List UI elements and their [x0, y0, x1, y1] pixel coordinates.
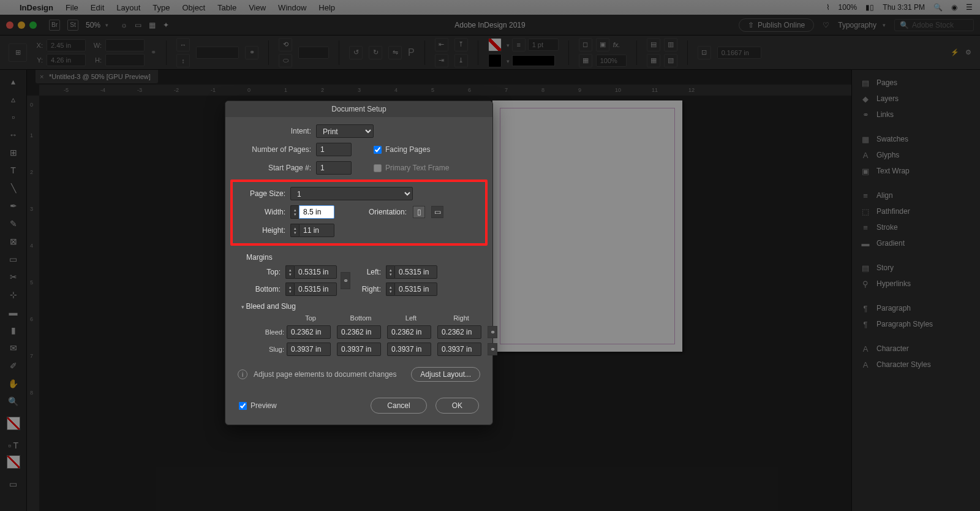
- bridge-icon[interactable]: Br: [49, 20, 60, 31]
- menu-layout[interactable]: Layout: [116, 3, 140, 12]
- height-stepper[interactable]: ▴▾: [290, 224, 334, 237]
- margin-right-input[interactable]: [394, 282, 437, 296]
- gap-tool[interactable]: ↔: [5, 127, 22, 143]
- wrap-jump-icon[interactable]: ▧: [664, 54, 677, 67]
- opacity-input[interactable]: [596, 55, 627, 67]
- quick-apply-icon[interactable]: ⚡: [951, 48, 959, 56]
- stroke-pt-input[interactable]: [528, 39, 559, 51]
- document-tab[interactable]: *Untitled-3 @ 50% [GPU Preview]: [36, 70, 158, 83]
- rotate-icon[interactable]: ⟲: [279, 38, 292, 51]
- page-canvas[interactable]: [492, 100, 682, 352]
- orientation-portrait[interactable]: ▯: [413, 206, 425, 218]
- panel-swatches[interactable]: ▦Swatches: [852, 131, 980, 147]
- fill-swatch-icon[interactable]: [488, 38, 502, 51]
- primary-frame-check[interactable]: Primary Text Frame: [374, 164, 449, 172]
- view-opt-icon[interactable]: ☼: [121, 21, 127, 29]
- wrap-shape-icon[interactable]: ▦: [647, 54, 660, 67]
- y-input[interactable]: [47, 54, 86, 66]
- menu-view[interactable]: View: [249, 3, 266, 12]
- hand-tool[interactable]: ✋: [5, 376, 22, 392]
- bleed-right-input[interactable]: [437, 325, 481, 339]
- bleed-left-input[interactable]: [387, 325, 431, 339]
- panel-layers[interactable]: ◆Layers: [852, 91, 980, 107]
- menu-file[interactable]: File: [66, 3, 78, 12]
- zoom-tool[interactable]: 🔍: [5, 393, 22, 409]
- startpage-input[interactable]: [316, 161, 352, 175]
- h-input[interactable]: [105, 54, 145, 66]
- note-tool[interactable]: ✉: [5, 340, 22, 356]
- line-tool[interactable]: ╲: [5, 180, 22, 196]
- width-stepper[interactable]: ▴▾: [290, 205, 334, 219]
- fit-frame-icon[interactable]: ⊡: [698, 46, 711, 59]
- panel-story[interactable]: ▤Story: [852, 260, 980, 276]
- help-bulb-icon[interactable]: ♡: [823, 21, 829, 29]
- rotate-ccw-icon[interactable]: ↺: [349, 46, 363, 59]
- rect-frame-tool[interactable]: ⊠: [5, 233, 22, 249]
- scale-input[interactable]: [196, 47, 239, 59]
- panel-links[interactable]: ⚭Links: [852, 107, 980, 123]
- stroke-dropdown[interactable]: [504, 57, 510, 64]
- menu-table[interactable]: Table: [217, 3, 236, 12]
- drop-shadow-icon[interactable]: ▣: [596, 38, 609, 51]
- scissors-tool[interactable]: ✂: [5, 269, 22, 285]
- screen-mode-icon[interactable]: ▭: [135, 21, 141, 29]
- intent-select[interactable]: Print: [316, 124, 374, 138]
- slug-bottom-input[interactable]: [337, 343, 381, 356]
- panel-pathfinder[interactable]: ⬚Pathfinder: [852, 203, 980, 219]
- scale-x-icon[interactable]: ↔: [176, 38, 190, 51]
- panel-character-styles[interactable]: ACharacter Styles: [852, 357, 980, 373]
- wifi-icon[interactable]: ⌇: [826, 3, 830, 12]
- fill-dropdown[interactable]: [504, 41, 510, 48]
- panel-hyperlinks[interactable]: ⚲Hyperlinks: [852, 276, 980, 292]
- align-l-icon[interactable]: ⇤: [435, 38, 448, 51]
- slug-right-input[interactable]: [437, 343, 481, 356]
- menu-object[interactable]: Object: [183, 3, 206, 12]
- margin-left-stepper[interactable]: ▴▾: [386, 265, 437, 279]
- ok-button[interactable]: OK: [435, 398, 479, 414]
- panel-stroke[interactable]: ≡Stroke: [852, 219, 980, 235]
- default-colors-icon[interactable]: [7, 455, 20, 469]
- bleed-bottom-input[interactable]: [337, 325, 381, 339]
- align-t-icon[interactable]: ⤒: [454, 38, 468, 51]
- margin-left-input[interactable]: [394, 265, 437, 279]
- orientation-landscape[interactable]: ▭: [431, 206, 443, 218]
- bleed-slug-heading[interactable]: Bleed and Slug: [241, 302, 480, 311]
- menu-window[interactable]: Window: [278, 3, 306, 12]
- preview-check[interactable]: Preview: [239, 401, 277, 410]
- pen-tool[interactable]: ✒: [5, 198, 22, 214]
- spotlight-icon[interactable]: 🔍: [933, 3, 943, 12]
- eyedropper-tool[interactable]: ✐: [5, 358, 22, 374]
- slug-left-input[interactable]: [387, 343, 431, 356]
- panel-glyphs[interactable]: AGlyphs: [852, 147, 980, 163]
- flip-h-icon[interactable]: ⇋: [388, 46, 402, 59]
- transform-tool[interactable]: ⊹: [5, 287, 22, 303]
- screen-mode-toggle[interactable]: ▭: [5, 476, 22, 492]
- menu-list-icon[interactable]: ☰: [966, 3, 973, 12]
- margin-top-input[interactable]: [294, 265, 337, 279]
- stroke-style-swatch[interactable]: [512, 55, 555, 66]
- page-tool[interactable]: ▫: [5, 109, 22, 125]
- scale-y-icon[interactable]: ↕: [176, 54, 190, 67]
- apply-color-icon[interactable]: ▫ T: [5, 437, 22, 453]
- window-controls[interactable]: [6, 21, 37, 29]
- ref-point-icon[interactable]: ⊞: [9, 44, 27, 62]
- gradient-feather-tool[interactable]: ▮: [5, 322, 22, 338]
- facing-pages-check[interactable]: Facing Pages: [374, 145, 430, 154]
- bleed-top-input[interactable]: [287, 325, 331, 339]
- fx-label[interactable]: fx.: [613, 41, 620, 48]
- panel-pages[interactable]: ▤Pages: [852, 75, 980, 91]
- rect-tool[interactable]: ▭: [5, 251, 22, 267]
- gpu-icon[interactable]: ✦: [163, 21, 169, 29]
- selection-tool[interactable]: ▴: [5, 74, 22, 89]
- constrain-icon[interactable]: ⚭: [151, 48, 156, 56]
- align-r-icon[interactable]: ⇥: [435, 54, 448, 67]
- type-tool[interactable]: T: [5, 162, 22, 178]
- slug-top-input[interactable]: [287, 343, 331, 356]
- panel-align[interactable]: ≡Align: [852, 187, 980, 203]
- menu-type[interactable]: Type: [153, 3, 170, 12]
- stroke-swatch-icon[interactable]: [488, 54, 502, 67]
- panel-gradient[interactable]: ▬Gradient: [852, 235, 980, 251]
- link-scale-icon[interactable]: ⚭: [245, 46, 258, 59]
- stock-icon[interactable]: St: [67, 20, 78, 31]
- margins-link-icon[interactable]: ⚭: [341, 272, 350, 289]
